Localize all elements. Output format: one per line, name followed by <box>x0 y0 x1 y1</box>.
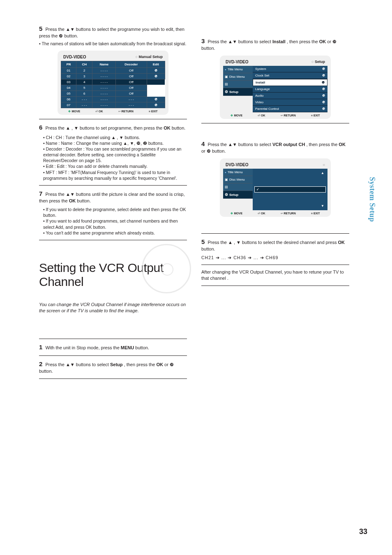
side-disc-menu[interactable]: ▣Disc Menu <box>223 176 253 183</box>
side-title-menu[interactable]: Title Menu <box>223 66 253 73</box>
sub-ch: • CH : CH : Tune the channel using ▲ , ▼… <box>39 135 187 140</box>
out-ch-row: CH38 <box>254 198 326 203</box>
setup-item-audio[interactable]: Audio❿ <box>253 93 327 99</box>
osd-title: DVD-VIDEO <box>226 163 249 167</box>
step7-bullet: • If you want to delete the programme, s… <box>39 207 187 218</box>
osd-subtitle: Manual Setup <box>136 55 163 59</box>
output-channel-pane: ▲ CH21 CH22 ✓CH36 CH37 CH38 ▼ <box>253 169 327 210</box>
table-row-selected: 034- - - -Off <box>61 79 165 85</box>
step-1b: 1 With the unit in Stop mode, press the … <box>39 343 187 351</box>
osd-output-channel: DVD-VIDEO ○ Title Menu ▣Disc Menu ▤ Setu… <box>220 158 331 217</box>
sub-edit: • Edit : Edit : You can add or delete ch… <box>39 163 187 169</box>
right-column: 3 Press the ▲▼ buttons to select Install… <box>201 37 349 290</box>
step7-bullet: • If you want to add found programmes, s… <box>39 218 187 230</box>
page: System Setup 33 5 Press the ▲▼ buttons t… <box>0 0 392 555</box>
osd-side-menu: Title Menu ▣Disc Menu ▤ Setup <box>223 66 253 112</box>
table-row: 056- - - -Off <box>61 91 165 97</box>
osd-footer: MOVE OK RETURN EXIT <box>223 210 327 215</box>
page-number: 33 <box>359 527 367 536</box>
table-row: 023- - - -Off❿ <box>61 74 165 79</box>
setup-item-video[interactable]: Video❿ <box>253 99 327 106</box>
setup-item-clock[interactable]: Clock Set❿ <box>253 72 327 79</box>
osd-manual-setup: DVD-VIDEO Manual Setup PRCH NameDecoder … <box>58 51 168 115</box>
side-setup[interactable]: Setup <box>223 88 253 96</box>
scroll-up-icon[interactable]: ▲ <box>254 170 326 176</box>
side-setup[interactable]: Setup <box>223 191 253 199</box>
section-heading-block: Setting the VCR Output Channel <box>39 261 187 289</box>
osd-side-menu: Title Menu ▣Disc Menu ▤ Setup <box>223 169 253 210</box>
step-4r: 4 Press the ▲▼ buttons to select VCR out… <box>201 140 349 154</box>
table-row: 07- - -- - - -- - -❿ <box>61 102 165 108</box>
table-row: 06- - -- - - -- - -❿ <box>61 97 165 102</box>
left-column: 5 Press the ▲▼ buttons to select the pro… <box>39 25 187 383</box>
channel-path: CH21 ➔ ... ➔ CH36 ➔ ... ➔ CH69 <box>201 255 349 260</box>
step-3r: 3 Press the ▲▼ buttons to select Install… <box>201 37 349 51</box>
table-row: 012- - - -Off❿ <box>61 68 165 74</box>
setup-item-install[interactable]: Install❿ <box>253 79 327 86</box>
side-blank[interactable]: ▤ <box>223 81 253 88</box>
table-row: 045- - - -Off <box>61 85 165 91</box>
osd-subtitle: Setup <box>311 60 325 64</box>
gear-icon <box>225 90 228 94</box>
manual-setup-table: PRCH NameDecoder Edit 012- - - -Off❿ 023… <box>61 61 165 108</box>
osd-main-list: System❿ Clock Set❿ Install❿ Language❿ Au… <box>253 66 327 112</box>
step-5: 5 Press the ▲▼ buttons to select the pro… <box>39 25 187 46</box>
setup-item-system[interactable]: System❿ <box>253 66 327 72</box>
osd-footer: MOVE OK RETURN EXIT <box>61 108 165 113</box>
side-disc-menu[interactable]: ▣Disc Menu <box>223 73 253 81</box>
step-7: 7 Press the ▲▼ buttons until the picture… <box>39 190 187 204</box>
out-ch-selected[interactable]: ✓CH36 <box>254 186 326 193</box>
out-ch-row: CH22 <box>254 181 326 186</box>
out-ch-row: CH37 <box>254 193 326 198</box>
sidebar-tab: System Setup <box>368 177 376 222</box>
step-6: 6 Press the ▲ , ▼ buttons to set program… <box>39 123 187 132</box>
disc-graphic <box>142 244 191 293</box>
step-2b: 2 Press the ▲▼ buttons to select Setup ,… <box>39 360 187 374</box>
sub-name: • Name : Name : Change the name using ▲,… <box>39 140 187 146</box>
sub-decoder: • Decoder : Decoder : You can see scramb… <box>39 146 187 164</box>
side-blank[interactable]: ▤ <box>223 183 253 191</box>
gear-icon <box>225 193 228 197</box>
osd-setup-menu: DVD-VIDEO Setup Title Menu ▣Disc Menu ▤ … <box>220 56 331 119</box>
side-title-menu[interactable]: Title Menu <box>223 169 253 176</box>
out-ch-row: CH21 <box>254 176 326 181</box>
osd-title: DVD-VIDEO <box>226 60 249 64</box>
closing-note: After changing the VCR Output Channel, y… <box>201 269 349 281</box>
setup-item-language[interactable]: Language❿ <box>253 86 327 93</box>
step7-bullet: • You can't add the same programme which… <box>39 230 187 236</box>
scroll-down-icon[interactable]: ▼ <box>254 203 326 209</box>
sub-mft: • MFT : MFT : 'MFT(Manual Frequency Tunn… <box>39 170 187 181</box>
step-5r: 5 Press the ▲ , ▼ buttons to select the … <box>201 238 349 260</box>
section-subtitle: You can change the VCR Output Channel if… <box>39 302 187 314</box>
setup-item-parental[interactable]: Parental Control❿ <box>253 106 327 112</box>
osd-title: DVD-VIDEO <box>63 55 86 59</box>
osd-footer: MOVE OK RETURN EXIT <box>223 112 327 117</box>
